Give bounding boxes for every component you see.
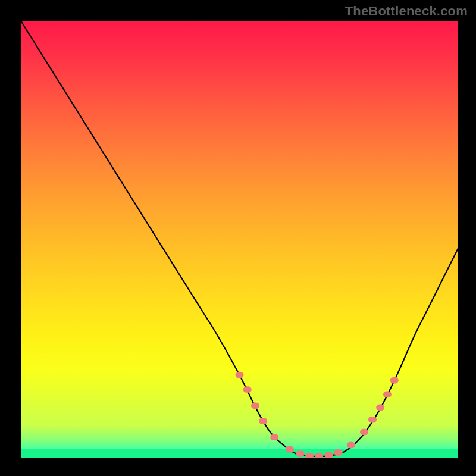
- highlight-dot: [376, 404, 384, 411]
- bottleneck-curve: [21, 21, 458, 456]
- plot-area: [21, 21, 458, 458]
- highlight-dot: [390, 377, 399, 384]
- watermark-text: TheBottleneck.com: [345, 4, 468, 19]
- highlight-dot: [360, 429, 368, 436]
- highlight-dot: [286, 446, 294, 453]
- highlight-dot: [296, 450, 305, 457]
- highlight-dot: [334, 449, 343, 456]
- highlight-dot: [383, 391, 392, 397]
- highlight-dot: [315, 453, 323, 458]
- highlight-dot: [236, 372, 244, 378]
- highlight-dot: [305, 453, 314, 458]
- highlight-dot: [324, 452, 333, 458]
- highlight-dot: [259, 418, 267, 424]
- highlight-dot: [243, 386, 252, 393]
- highlight-dot: [251, 403, 259, 409]
- curve-layer: [21, 21, 458, 458]
- highlight-dot: [368, 416, 377, 423]
- highlight-dot: [270, 434, 278, 440]
- chart-frame: TheBottleneck.com: [0, 0, 476, 476]
- highlight-dot: [347, 442, 355, 449]
